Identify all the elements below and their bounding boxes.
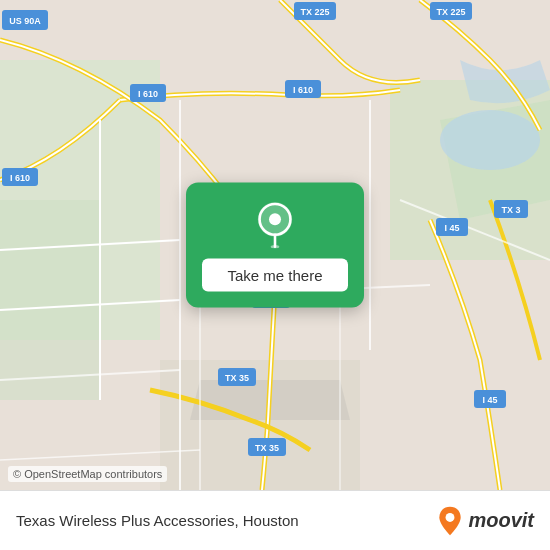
location-title: Texas Wireless Plus Accessories, Houston <box>16 512 436 529</box>
take-me-there-button[interactable]: Take me there <box>202 259 348 292</box>
svg-text:I 610: I 610 <box>10 173 30 183</box>
svg-text:TX 35: TX 35 <box>225 373 249 383</box>
svg-text:I 610: I 610 <box>293 85 313 95</box>
map-container: US 90A TX 225 TX 225 I 610 I 610 I 610 I… <box>0 0 550 490</box>
bottom-bar: Texas Wireless Plus Accessories, Houston… <box>0 490 550 550</box>
action-card: Take me there <box>186 183 364 308</box>
svg-text:I 610: I 610 <box>138 89 158 99</box>
svg-text:I 45: I 45 <box>444 223 459 233</box>
svg-point-45 <box>269 213 281 225</box>
svg-text:TX 3: TX 3 <box>501 205 520 215</box>
moovit-brand-text: moovit <box>468 509 534 532</box>
svg-text:I 45: I 45 <box>482 395 497 405</box>
osm-attribution: © OpenStreetMap contributors <box>8 466 167 482</box>
svg-text:TX 225: TX 225 <box>436 7 465 17</box>
moovit-pin-icon <box>436 505 464 537</box>
svg-text:US 90A: US 90A <box>9 16 41 26</box>
svg-point-47 <box>446 513 455 522</box>
svg-text:TX 225: TX 225 <box>300 7 329 17</box>
moovit-logo: moovit <box>436 505 534 537</box>
svg-point-5 <box>440 110 540 170</box>
svg-point-46 <box>271 245 280 248</box>
svg-rect-2 <box>0 200 100 400</box>
location-pin-icon <box>251 201 299 249</box>
svg-text:TX 35: TX 35 <box>255 443 279 453</box>
